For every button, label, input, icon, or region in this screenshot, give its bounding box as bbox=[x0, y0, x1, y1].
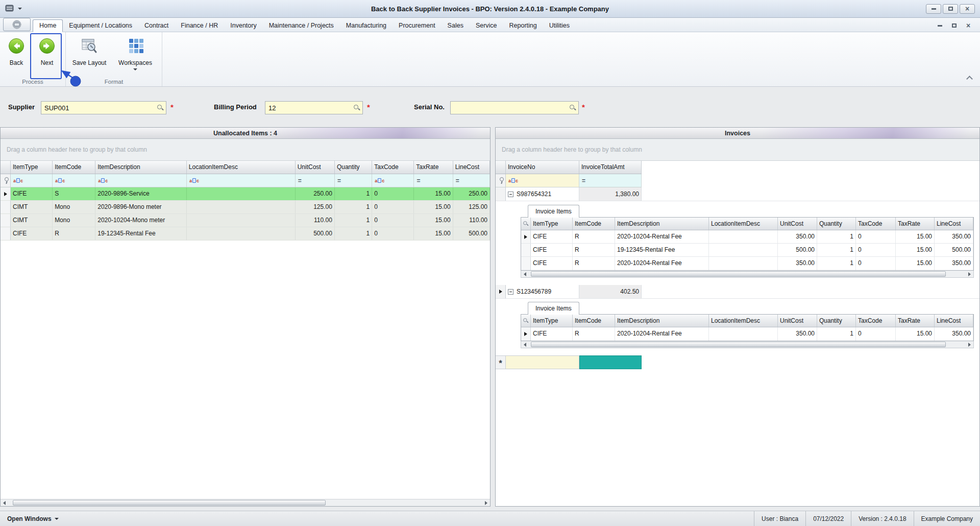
cell-linecost[interactable]: 110.00 bbox=[453, 214, 490, 227]
scrollbar-track[interactable] bbox=[529, 341, 966, 348]
text-filter-icon[interactable] bbox=[98, 178, 108, 183]
cell-locationitemdesc[interactable] bbox=[187, 187, 296, 200]
scroll-left-button[interactable] bbox=[521, 341, 529, 348]
numeric-filter-icon[interactable] bbox=[582, 177, 585, 184]
tab-reporting[interactable]: Reporting bbox=[503, 20, 543, 32]
scrollbar-thumb[interactable] bbox=[531, 271, 946, 277]
cell-quantity[interactable]: 1 bbox=[817, 230, 856, 243]
invoice-row[interactable]: S123456789 402.50 bbox=[496, 285, 979, 299]
collapse-row-icon[interactable] bbox=[508, 289, 513, 295]
numeric-filter-icon[interactable] bbox=[337, 177, 341, 184]
cell-locationitemdesc[interactable] bbox=[187, 227, 296, 240]
cell-itemdescription[interactable]: 2020-10204-Rental Fee bbox=[615, 327, 709, 341]
scroll-left-button[interactable] bbox=[521, 271, 529, 277]
collapse-row-icon[interactable] bbox=[508, 192, 513, 197]
cell-itemtype[interactable]: CIMT bbox=[11, 214, 53, 227]
cell-itemcode[interactable]: S bbox=[53, 187, 95, 200]
cell-itemcode[interactable]: R bbox=[53, 227, 95, 240]
cell-itemcode[interactable]: Mono bbox=[53, 214, 95, 227]
filter-cell-invoicetotalamt[interactable] bbox=[579, 174, 642, 187]
filter-cell-unitcost[interactable] bbox=[296, 174, 335, 187]
cell-taxcode[interactable]: 0 bbox=[856, 327, 896, 341]
col-header-invoiceno[interactable]: InvoiceNo bbox=[506, 161, 579, 174]
horizontal-scrollbar[interactable] bbox=[1, 499, 490, 506]
table-row[interactable]: CIMT Mono 2020-10204-Mono meter 110.00 1… bbox=[1, 214, 490, 227]
col-header-unitcost[interactable]: UnitCost bbox=[778, 218, 817, 230]
cell-itemdescription[interactable]: 19-12345-Rental Fee bbox=[95, 227, 187, 240]
col-header-quantity[interactable]: Quantity bbox=[817, 218, 856, 230]
col-header-linecost[interactable]: LineCost bbox=[935, 218, 973, 230]
quick-access-dropdown-icon[interactable] bbox=[18, 8, 22, 10]
cell-linecost[interactable]: 125.00 bbox=[453, 201, 490, 213]
mdi-minimize-button[interactable] bbox=[936, 22, 943, 29]
cell-itemdescription[interactable]: 2020-9896-Service bbox=[95, 187, 187, 200]
filter-cell-linecost[interactable] bbox=[453, 174, 490, 187]
scrollbar-thumb[interactable] bbox=[531, 342, 946, 347]
tab-inventory[interactable]: Inventory bbox=[224, 20, 262, 32]
text-filter-icon[interactable] bbox=[55, 178, 65, 183]
scroll-right-button[interactable] bbox=[482, 499, 490, 506]
cell-invoiceno[interactable]: S987654321 bbox=[506, 187, 579, 201]
tab-contract[interactable]: Contract bbox=[138, 20, 175, 32]
col-header-itemcode[interactable]: ItemCode bbox=[573, 218, 615, 230]
filter-cell-itemdescription[interactable] bbox=[95, 174, 187, 187]
cell-taxcode[interactable]: 0 bbox=[372, 201, 414, 213]
cell-itemdescription[interactable]: 2020-10204-Rental Fee bbox=[615, 230, 709, 243]
col-header-taxrate[interactable]: TaxRate bbox=[414, 161, 453, 174]
cell-locationitemdesc[interactable] bbox=[709, 327, 778, 341]
cell-taxrate[interactable]: 15.00 bbox=[896, 244, 935, 256]
mdi-restore-button[interactable] bbox=[950, 22, 958, 29]
filter-cell-quantity[interactable] bbox=[335, 174, 372, 187]
back-button[interactable]: Back bbox=[3, 35, 30, 66]
cell-itemtype[interactable]: CIFE bbox=[531, 327, 573, 341]
cell-itemtype[interactable]: CIMT bbox=[11, 201, 53, 213]
search-icon[interactable] bbox=[569, 104, 576, 111]
cell-taxcode[interactable]: 0 bbox=[856, 244, 896, 256]
cell-linecost[interactable]: 350.00 bbox=[935, 327, 973, 341]
filter-cell-taxrate[interactable] bbox=[414, 174, 453, 187]
col-header-invoicetotalamt[interactable]: InvoiceTotalAmt bbox=[579, 161, 642, 174]
cell-itemtype[interactable]: CIFE bbox=[11, 187, 53, 200]
new-row-cell-invoiceno[interactable] bbox=[506, 355, 579, 369]
cell-itemdescription[interactable]: 2020-9896-Mono meter bbox=[95, 201, 187, 213]
col-header-taxrate[interactable]: TaxRate bbox=[896, 315, 935, 327]
cell-linecost[interactable]: 350.00 bbox=[935, 257, 973, 270]
group-by-box[interactable]: Drag a column header here to group by th… bbox=[1, 139, 490, 161]
billing-period-input[interactable] bbox=[265, 101, 363, 114]
col-header-locationitemdesc[interactable]: LocationItemDesc bbox=[709, 315, 778, 327]
cell-quantity[interactable]: 1 bbox=[335, 227, 372, 240]
cell-itemcode[interactable]: R bbox=[573, 244, 615, 256]
filter-cell-itemcode[interactable] bbox=[53, 174, 95, 187]
cell-locationitemdesc[interactable] bbox=[187, 214, 296, 227]
tab-invoice-items[interactable]: Invoice Items bbox=[528, 205, 579, 218]
cell-invoicetotalamt[interactable]: 1,380.00 bbox=[579, 187, 642, 201]
col-header-taxcode[interactable]: TaxCode bbox=[372, 161, 414, 174]
scroll-right-button[interactable] bbox=[966, 341, 973, 348]
table-row[interactable]: CIFE R 19-12345-Rental Fee 500.00 1 0 15… bbox=[1, 227, 490, 241]
cell-quantity[interactable]: 1 bbox=[335, 201, 372, 213]
cell-unitcost[interactable]: 110.00 bbox=[296, 214, 335, 227]
tab-maintenance-projects[interactable]: Maintenance / Projects bbox=[263, 20, 340, 32]
cell-locationitemdesc[interactable] bbox=[709, 230, 778, 243]
col-header-linecost[interactable]: LineCost bbox=[935, 315, 973, 327]
minimize-button[interactable] bbox=[926, 4, 941, 14]
cell-invoiceno[interactable]: S123456789 bbox=[506, 285, 579, 298]
cell-quantity[interactable]: 1 bbox=[817, 327, 856, 341]
cell-linecost[interactable]: 250.00 bbox=[453, 187, 490, 200]
save-layout-button[interactable]: Save Layout bbox=[69, 35, 110, 66]
cell-taxrate[interactable]: 15.00 bbox=[414, 187, 453, 200]
cell-itemcode[interactable]: Mono bbox=[53, 201, 95, 213]
scrollbar-thumb[interactable] bbox=[13, 500, 326, 506]
tab-invoice-items[interactable]: Invoice Items bbox=[528, 302, 579, 315]
numeric-filter-icon[interactable] bbox=[456, 177, 459, 184]
col-header-itemdescription[interactable]: ItemDescription bbox=[615, 218, 709, 230]
cell-unitcost[interactable]: 350.00 bbox=[778, 257, 817, 270]
col-header-unitcost[interactable]: UnitCost bbox=[778, 315, 817, 327]
cell-itemtype[interactable]: CIFE bbox=[531, 244, 573, 256]
filter-cell-locationitemdesc[interactable] bbox=[187, 174, 296, 187]
cell-unitcost[interactable]: 125.00 bbox=[296, 201, 335, 213]
workspaces-button[interactable]: Workspaces bbox=[113, 35, 158, 70]
cell-unitcost[interactable]: 350.00 bbox=[778, 230, 817, 243]
text-filter-icon[interactable] bbox=[375, 178, 384, 183]
cell-taxcode[interactable]: 0 bbox=[372, 214, 414, 227]
